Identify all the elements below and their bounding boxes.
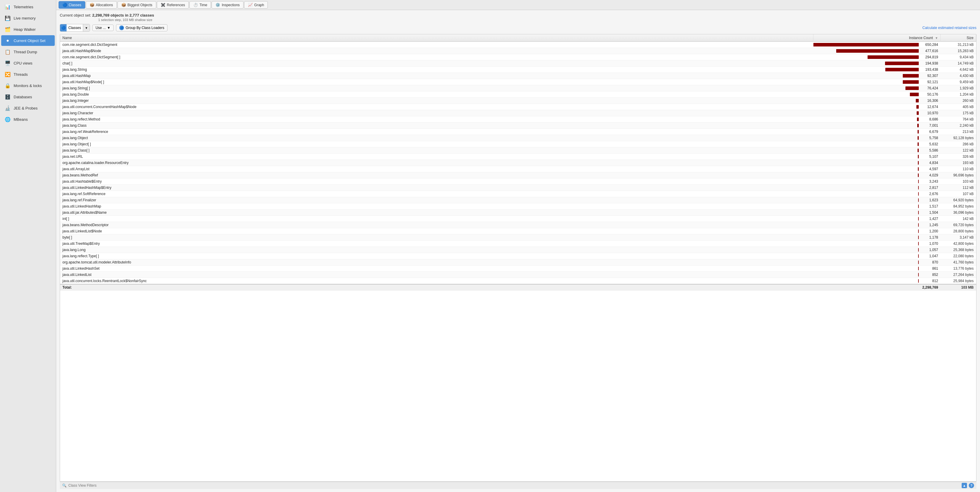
- table-row[interactable]: java.util.LinkedHashMap1,51784,952 bytes: [60, 203, 976, 210]
- cell-count: 4,597: [813, 166, 941, 172]
- use-button[interactable]: Use ... ▼: [92, 25, 114, 31]
- table-row[interactable]: java.util.LinkedList$Node1,20028,800 byt…: [60, 228, 976, 234]
- table-container[interactable]: Name Instance Count ▼ Size com.nie.segme…: [60, 34, 977, 482]
- table-row[interactable]: java.lang.Object[ ]5,632286 kB: [60, 141, 976, 147]
- tab-references[interactable]: ✖️ References: [157, 1, 189, 9]
- table-row[interactable]: java.lang.reflect.Type[ ]1,04722,080 byt…: [60, 253, 976, 260]
- group-by-button[interactable]: 🔵 Group By Class Loaders: [116, 24, 167, 31]
- table-row[interactable]: java.util.TreeMap$Entry1,07042,800 bytes: [60, 240, 976, 247]
- count-bar: [918, 149, 918, 152]
- table-row[interactable]: java.lang.Class[ ]5,586122 kB: [60, 147, 976, 154]
- count-value: 10,970: [921, 111, 938, 115]
- count-value: 861: [921, 266, 938, 271]
- table-row[interactable]: java.util.LinkedHashMap$Entry2,817112 kB: [60, 185, 976, 191]
- sidebar-item-jee-probes[interactable]: 🔬 JEE & Probes: [1, 103, 55, 113]
- table-row[interactable]: org.apache.tomcat.util.modeler.Attribute…: [60, 260, 976, 266]
- cell-name: java.net.URL: [60, 154, 813, 160]
- tab-graph[interactable]: 📈 Graph: [244, 1, 268, 9]
- cell-name: java.lang.Object[ ]: [60, 141, 813, 147]
- sidebar-label-jee-probes: JEE & Probes: [14, 106, 38, 110]
- cell-size: 9,434 kB: [941, 54, 976, 61]
- table-row[interactable]: java.util.HashMap$Node[ ]92,1219,459 kB: [60, 79, 976, 85]
- sidebar-item-telemetries[interactable]: 📊 Telemetries: [1, 2, 55, 12]
- sidebar-label-databases: Databases: [14, 95, 32, 99]
- table-row[interactable]: java.lang.reflect.Method8,686764 kB: [60, 116, 976, 123]
- table-row[interactable]: java.util.LinkedList85227,264 bytes: [60, 272, 976, 278]
- table-row[interactable]: java.net.URL5,107326 kB: [60, 154, 976, 160]
- count-bar: [917, 124, 918, 127]
- calc-retained-link[interactable]: Calculate estimated retained sizes: [922, 26, 977, 30]
- help-button[interactable]: ?: [969, 483, 974, 488]
- col-name-label: Name: [62, 36, 72, 40]
- count-value: 5,107: [921, 154, 938, 159]
- cell-name: java.lang.Object: [60, 135, 813, 141]
- cell-count: 193,438: [813, 67, 941, 73]
- table-row[interactable]: java.util.concurrent.locks.ReentrantLock…: [60, 278, 976, 285]
- biggest-objects-tab-icon: 📦: [121, 3, 126, 7]
- cell-size: 27,264 bytes: [941, 272, 976, 278]
- sidebar-item-live-memory[interactable]: 💾 Live memory: [1, 13, 55, 23]
- sidebar-item-heap-walker[interactable]: 🗂️ Heap Walker: [1, 24, 55, 35]
- table-row[interactable]: java.util.HashMap$Node477,61615,283 kB: [60, 48, 976, 54]
- classes-select-arrow[interactable]: ▼: [83, 24, 90, 31]
- sidebar-item-monitors-locks[interactable]: 🔒 Monitors & locks: [1, 80, 55, 91]
- sidebar-item-cpu-views[interactable]: 🖥️ CPU views: [1, 58, 55, 68]
- table-row[interactable]: java.util.ArrayList4,597110 kB: [60, 166, 976, 172]
- tab-time[interactable]: ⏱️ Time: [189, 1, 211, 9]
- tab-allocations[interactable]: 📦 Allocations: [86, 1, 117, 9]
- table-row[interactable]: java.lang.ref.Finalizer1,62364,920 bytes: [60, 197, 976, 203]
- cell-name: java.util.LinkedHashSet: [60, 266, 813, 272]
- table-row[interactable]: org.apache.catalina.loader.ResourceEntry…: [60, 160, 976, 166]
- table-row[interactable]: java.util.HashMap92,3074,430 kB: [60, 73, 976, 79]
- table-row[interactable]: java.lang.Double50,1761,204 kB: [60, 91, 976, 98]
- table-row[interactable]: char[ ]194,93814,749 kB: [60, 61, 976, 67]
- table-row[interactable]: java.lang.String193,4384,642 kB: [60, 67, 976, 73]
- classes-select[interactable]: Classes: [67, 25, 83, 30]
- sidebar-item-current-object-set[interactable]: ● Current Object Set: [1, 35, 55, 46]
- cell-count: 92,121: [813, 79, 941, 85]
- sidebar-item-databases[interactable]: 🗄️ Databases: [1, 91, 55, 102]
- table-row[interactable]: int[ ]1,427142 kB: [60, 216, 976, 222]
- col-instance-count[interactable]: Instance Count ▼: [813, 34, 941, 42]
- table-row[interactable]: java.lang.Character10,970175 kB: [60, 110, 976, 116]
- cell-size: 175 kB: [941, 110, 976, 116]
- cell-count: 870: [813, 260, 941, 266]
- table-row[interactable]: java.lang.Object5,75892,128 bytes: [60, 135, 976, 141]
- cell-count: 4,029: [813, 172, 941, 178]
- table-row[interactable]: com.nie.segment.dict.DictSegment650,2843…: [60, 42, 976, 48]
- table-row[interactable]: java.beans.MethodDescriptor1,24569,720 b…: [60, 222, 976, 228]
- table-row[interactable]: java.util.Hashtable$Entry3,243103 kB: [60, 178, 976, 185]
- sidebar-label-current-object-set: Current Object Set: [14, 38, 46, 43]
- table-row[interactable]: java.lang.Long1,05725,368 bytes: [60, 247, 976, 253]
- cell-name: java.lang.ref.Finalizer: [60, 197, 813, 203]
- table-row[interactable]: java.util.jar.Attributes$Name1,50436,096…: [60, 210, 976, 216]
- cell-size: 1,929 kB: [941, 85, 976, 91]
- table-row[interactable]: java.lang.Class7,0012,240 kB: [60, 123, 976, 129]
- table-row[interactable]: java.lang.ref.WeakReference6,679213 kB: [60, 129, 976, 135]
- classes-select-wrap[interactable]: 🔵 Classes ▼: [60, 24, 90, 32]
- cell-size: 193 kB: [941, 160, 976, 166]
- table-row[interactable]: java.util.concurrent.ConcurrentHashMap$N…: [60, 104, 976, 110]
- expand-button[interactable]: ▲: [962, 483, 967, 488]
- tab-classes[interactable]: 🔵 Classes: [59, 1, 85, 9]
- cell-name: java.util.LinkedHashMap$Entry: [60, 185, 813, 191]
- table-row[interactable]: java.lang.Integer16,306260 kB: [60, 98, 976, 104]
- tab-inspections[interactable]: ⚙️ Inspections: [212, 1, 243, 9]
- sidebar-item-mbeans[interactable]: 🌐 MBeans: [1, 114, 55, 125]
- sidebar-item-thread-dump[interactable]: 📋 Thread Dump: [1, 46, 55, 57]
- col-size[interactable]: Size: [941, 34, 976, 42]
- count-value: 1,427: [921, 217, 938, 221]
- sidebar-item-threads[interactable]: 🔀 Threads: [1, 69, 55, 80]
- tab-biggest-objects[interactable]: 📦 Biggest Objects: [118, 1, 156, 9]
- table-row[interactable]: java.lang.String[ ]76,4241,929 kB: [60, 85, 976, 91]
- table-row[interactable]: java.util.LinkedHashSet86113,776 bytes: [60, 266, 976, 272]
- table-row[interactable]: java.beans.MethodRef4,02996,696 bytes: [60, 172, 976, 178]
- count-value: 12,674: [921, 105, 938, 109]
- table-row[interactable]: java.lang.ref.SoftReference2,676107 kB: [60, 191, 976, 197]
- table-row[interactable]: byte[ ]1,1783,147 kB: [60, 234, 976, 240]
- filter-input[interactable]: [68, 483, 960, 487]
- col-name[interactable]: Name: [60, 34, 813, 42]
- table-row[interactable]: com.nie.segment.dict.DictSegment[ ]294,8…: [60, 54, 976, 61]
- cell-size: 764 kB: [941, 116, 976, 123]
- total-count: 2,298,769: [813, 284, 941, 291]
